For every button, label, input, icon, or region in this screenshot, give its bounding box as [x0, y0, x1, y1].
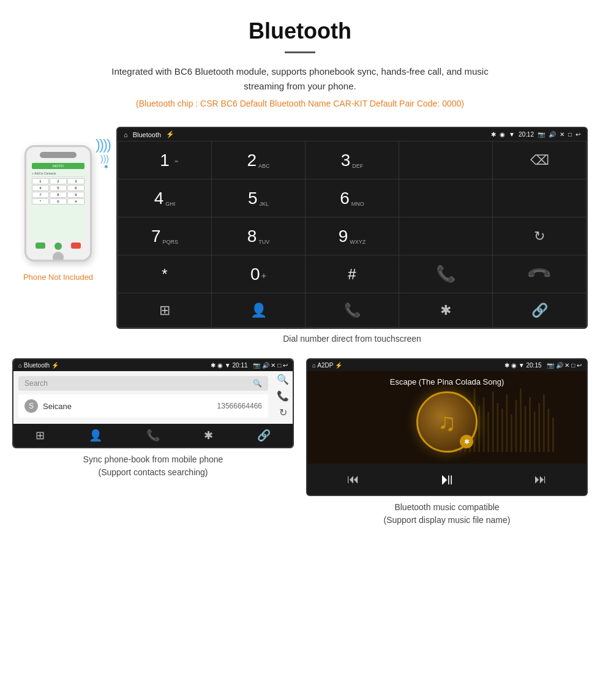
dialer-key-2[interactable]: 2 ABC: [212, 141, 306, 179]
page-header: Bluetooth Integrated with BC6 Bluetooth …: [0, 0, 600, 127]
phone-key-hash[interactable]: #: [67, 198, 84, 205]
svg-rect-7: [483, 397, 485, 452]
phone-key-7[interactable]: 7: [32, 192, 49, 198]
dialer-key-3[interactable]: 3 DEF: [306, 141, 399, 179]
bluetooth-waves-icon: )))) ))) ✱: [96, 136, 110, 170]
phone-key-star[interactable]: *: [32, 198, 49, 205]
dialer-key-4[interactable]: 4 GHI: [118, 179, 212, 217]
dialer-key-6[interactable]: 6 MNO: [306, 179, 399, 217]
svg-rect-13: [511, 415, 512, 452]
toolbar-person-icon[interactable]: 👤: [212, 293, 306, 328]
phone-key-5[interactable]: 5: [50, 185, 67, 191]
music-screen: ⌂ A2DP ⚡ ✱ ◉ ▼ 20:15 📷 🔊 ✕ □ ↩: [306, 358, 588, 496]
dialer-key-8[interactable]: 8 TUV: [212, 217, 306, 255]
phone-image: MOTO + Add to Contacts 1 2 3 4 5 6 7 8 9…: [24, 145, 92, 262]
svg-rect-9: [492, 391, 494, 452]
dialer-call-red[interactable]: 📞: [493, 255, 587, 293]
dialer-empty-3: [493, 179, 587, 217]
music-next-icon[interactable]: ⏭: [534, 472, 547, 486]
dialer-key-0[interactable]: 0 +: [212, 255, 306, 293]
music-play-pause-icon[interactable]: ⏯: [439, 470, 455, 489]
phone-key-3[interactable]: 3: [67, 178, 84, 184]
dialer-backspace[interactable]: ⌫: [493, 141, 587, 179]
volume-icon[interactable]: 🔊: [549, 131, 556, 138]
bt-status-right: ✱ ◉ ▼ 20:12 📷 🔊 ✕ □ ↩: [491, 131, 580, 138]
page-specs: (Bluetooth chip : CSR BC6 Default Blueto…: [12, 99, 588, 108]
dialer-toolbar: ⊞ 👤 📞 ✱ 🔗: [118, 293, 587, 328]
toolbar-bluetooth-icon[interactable]: ✱: [399, 293, 493, 328]
svg-rect-10: [497, 403, 499, 452]
svg-rect-14: [516, 400, 517, 452]
toolbar-link-icon[interactable]: 🔗: [493, 293, 587, 328]
toolbar-phone-icon[interactable]: 📞: [306, 293, 399, 328]
window-icon[interactable]: □: [568, 131, 572, 138]
dialer-refresh[interactable]: ↻: [493, 217, 587, 255]
page-description: Integrated with BC6 Bluetooth module, su…: [92, 64, 508, 94]
pb-status-left: ⌂ Bluetooth ⚡: [18, 362, 59, 369]
pb-contact-row[interactable]: S Seicane 13566664466: [18, 394, 268, 418]
svg-rect-22: [552, 418, 554, 453]
phone-key-0[interactable]: 0: [50, 198, 67, 205]
phone-key-4[interactable]: 4: [32, 185, 49, 191]
svg-rect-6: [479, 406, 481, 453]
svg-rect-17: [530, 397, 531, 452]
pb-search-placeholder: Search: [24, 379, 48, 388]
phone-end-btn[interactable]: [71, 243, 81, 249]
dialer-key-star[interactable]: *: [118, 255, 212, 293]
bottom-screenshots: ⌂ Bluetooth ⚡ ✱ ◉ ▼ 20:11 📷 🔊 ✕ □ ↩ Sear…: [0, 358, 600, 527]
phone-sidebar: )))) ))) ✱ MOTO + Add to Contacts 1 2 3 …: [12, 127, 104, 282]
dialer-row-2: 4 GHI 5 JKL 6 MNO: [118, 179, 587, 217]
pb-tool-phone[interactable]: 📞: [146, 429, 160, 442]
dialer-row-1: 1 ∞ 2 ABC 3 DEF: [118, 141, 587, 179]
pb-search-bar[interactable]: Search 🔍: [18, 376, 268, 391]
phone-call-btn[interactable]: [36, 243, 45, 249]
bt-status-bar: ⌂ Bluetooth ⚡ ✱ ◉ ▼ 20:12 📷 🔊 ✕ □ ↩: [118, 128, 587, 141]
dialer-key-hash[interactable]: #: [306, 255, 399, 293]
pb-call-side-icon[interactable]: 📞: [277, 390, 289, 402]
svg-rect-20: [543, 394, 545, 452]
phone-not-included-label: Phone Not Included: [23, 273, 93, 282]
pb-status-right: ✱ ◉ ▼ 20:11 📷 🔊 ✕ □ ↩: [211, 362, 288, 369]
svg-rect-15: [520, 388, 522, 452]
music-prev-icon[interactable]: ⏮: [347, 472, 359, 486]
pb-tool-person[interactable]: 👤: [89, 429, 102, 442]
page-title: Bluetooth: [12, 18, 588, 44]
phone-home-btn[interactable]: [53, 252, 64, 262]
pb-refresh-side-icon[interactable]: ↻: [277, 407, 289, 418]
music-status-left: ⌂ A2DP ⚡: [312, 362, 342, 369]
close-icon[interactable]: ✕: [560, 131, 564, 138]
phone-key-1[interactable]: 1: [32, 178, 49, 184]
dialer-key-7[interactable]: 7 PQRS: [118, 217, 212, 255]
time-display: 20:12: [519, 131, 534, 138]
music-bluetooth-badge: ✱: [460, 435, 473, 448]
dialer-key-9[interactable]: 9 WXYZ: [306, 217, 399, 255]
bt-screen: ⌂ Bluetooth ⚡ ✱ ◉ ▼ 20:12 📷 🔊 ✕ □ ↩: [116, 127, 588, 329]
dialer-row-4: * 0 + # 📞 📞: [118, 255, 587, 293]
pb-tool-link[interactable]: 🔗: [257, 429, 271, 442]
pb-contact-letter: S: [24, 399, 38, 413]
svg-rect-19: [539, 403, 541, 452]
pb-tool-grid[interactable]: ⊞: [36, 429, 45, 442]
toolbar-grid-icon[interactable]: ⊞: [118, 293, 212, 328]
dialer-key-5[interactable]: 5 JKL: [212, 179, 306, 217]
phone-key-9[interactable]: 9: [67, 192, 84, 198]
phone-key-8[interactable]: 8: [50, 192, 67, 198]
phone-center-btn[interactable]: [54, 243, 62, 250]
pb-side-icons: 🔍 📞 ↻: [273, 371, 293, 424]
dialer-empty-2: [399, 179, 493, 217]
music-content: Escape (The Pina Colada Song) ♫ ✱: [307, 371, 587, 464]
dial-caption: Dial number direct from touchscreen: [116, 334, 588, 344]
usb-icon: ⚡: [166, 130, 174, 138]
phone-key-6[interactable]: 6: [67, 185, 84, 191]
dialer-key-1[interactable]: 1 ∞: [118, 141, 212, 179]
music-note-icon: ♫: [438, 408, 456, 436]
search-icon[interactable]: 🔍: [253, 379, 262, 388]
pb-tool-bluetooth[interactable]: ✱: [204, 429, 213, 442]
back-icon[interactable]: ↩: [576, 131, 580, 138]
phonebook-caption: Sync phone-book from mobile phone(Suppor…: [12, 453, 294, 479]
phone-key-2[interactable]: 2: [50, 178, 67, 184]
dialer-call-green[interactable]: 📞: [399, 255, 493, 293]
home-icon[interactable]: ⌂: [124, 131, 128, 138]
pb-search-side-icon[interactable]: 🔍: [277, 374, 289, 385]
phone-screen: MOTO + Add to Contacts 1 2 3 4 5 6 7 8 9…: [30, 160, 86, 240]
